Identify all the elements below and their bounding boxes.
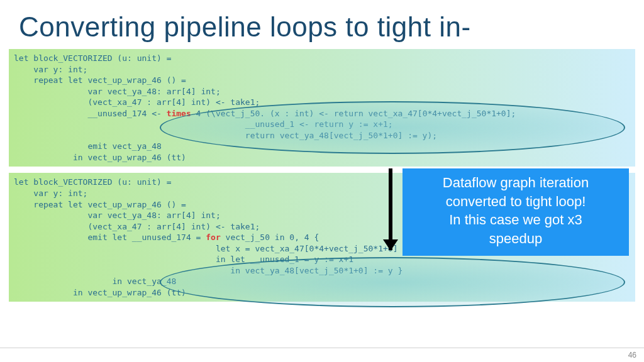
code-line: var y: int; [14,189,87,198]
keyword-for: for [206,233,220,242]
code-line: repeat let vect_up_wrap_46 () = [14,75,186,85]
code-line: in vect_up_wrap_46 (tt) [14,153,186,162]
code-line: repeat let vect_up_wrap_46 () = [14,200,186,209]
callout-box: Dataflow graph iteration converted to ti… [402,168,629,256]
code-line: (vect_xa_47 : arr[4] int) <- take1; [14,97,260,107]
slide-title: Converting pipeline loops to tight in- [0,0,644,49]
code-line: var vect_ya_48: arr[4] int; [14,211,221,220]
code-line: var vect_ya_48: arr[4] int; [14,87,221,96]
callout-line: converted to tight loop! [410,192,621,211]
code-line: __unused_174 <- times 4 (\vect_j_50. (x … [14,109,516,118]
callout-line: Dataflow graph iteration [410,173,621,192]
code-line: (vect_xa_47 : arr[4] int) <- take1; [14,222,260,231]
page-number: 46 [628,351,636,359]
code-line: return vect_ya_48[vect_j_50*1+0] := y); [14,131,437,140]
footer-divider [0,348,644,348]
code-block-before: let block_VECTORIZED (u: unit) = var y: … [9,49,635,167]
code-line: var y: int; [14,65,87,74]
code-line: in vect_up_wrap_46 (tt) [14,288,186,297]
arrow-down-icon [389,168,392,250]
code-line: let block_VECTORIZED (u: unit) = [14,177,171,187]
code-line: in vect_ya_48[vect_j_50*1+0] := y } [14,266,402,275]
code-line: let x = vect_xa_47[0*4+vect_j_50*1+0] [14,244,397,253]
code-line: in let __unused_1 = y := x+1 [14,255,353,264]
code-line: emit let __unused_174 = for vect_j_50 in… [14,233,319,242]
callout-line: In this case we got x3 [410,211,621,229]
code-line: in vect_ya_48 [14,277,176,286]
code-line: emit vect_ya_48 [14,141,162,151]
callout-line: speedup [410,229,621,248]
code-line: let block_VECTORIZED (u: unit) = [14,53,171,63]
keyword-times: times [167,109,191,118]
code-line: __unused_1 <- return y := x+1; [14,119,393,129]
